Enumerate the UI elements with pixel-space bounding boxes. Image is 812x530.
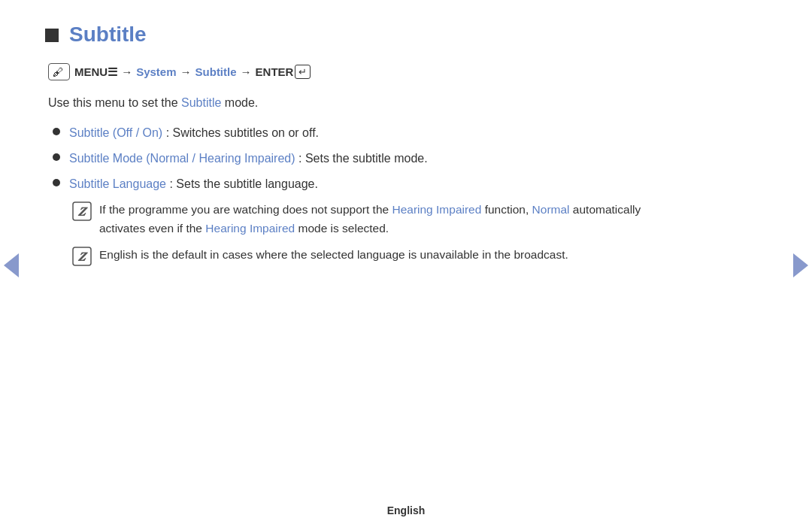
menu-symbol: ☰ <box>108 65 117 79</box>
list-item: Subtitle (Off / On) : Switches subtitles… <box>53 124 677 142</box>
left-arrow-icon <box>4 253 19 277</box>
prev-page-button[interactable] <box>0 247 23 284</box>
note-block-1: 𝒁 If the programme you are watching does… <box>72 201 677 238</box>
list-item-text: Subtitle (Off / On) : Switches subtitles… <box>69 124 319 142</box>
feature-list: Subtitle (Off / On) : Switches subtitles… <box>53 124 677 193</box>
note2-content: English is the default in cases where th… <box>99 248 568 261</box>
main-content: Subtitle 🖋 MENU ☰ → System → Subtitle → … <box>0 0 737 289</box>
list-item: Subtitle Mode (Normal / Hearing Impaired… <box>53 150 677 168</box>
intro-text-before: Use this menu to set the <box>48 96 181 109</box>
intro-text-after: mode. <box>221 96 258 109</box>
menu-label: MENU <box>74 65 108 78</box>
footer: English <box>0 504 812 516</box>
normal-link[interactable]: Normal <box>532 203 570 216</box>
arrow1: → <box>121 65 132 78</box>
page-title: Subtitle <box>69 23 147 47</box>
note1-part1: If the programme you are watching does n… <box>99 203 392 216</box>
system-link[interactable]: System <box>136 65 176 78</box>
right-arrow-icon <box>793 253 808 277</box>
subtitle-off-on-desc: : Switches subtitles on or off. <box>166 126 319 139</box>
arrow2: → <box>180 65 192 78</box>
intro-paragraph: Use this menu to set the Subtitle mode. <box>48 94 677 112</box>
subtitle-language-link[interactable]: Subtitle Language <box>69 177 166 190</box>
page-title-row: Subtitle <box>45 23 677 47</box>
subtitle-breadcrumb-link[interactable]: Subtitle <box>195 65 237 78</box>
footer-text: English <box>387 504 426 516</box>
arrow3: → <box>241 65 252 78</box>
note-1-text: If the programme you are watching does n… <box>99 201 677 238</box>
subtitle-mode-desc: : Sets the subtitle mode. <box>298 152 428 165</box>
subtitle-mode-link[interactable]: Subtitle Mode (Normal / Hearing Impaired… <box>69 152 295 165</box>
intro-subtitle-link[interactable]: Subtitle <box>181 96 221 109</box>
enter-label: ENTER <box>256 65 294 78</box>
subtitle-off-on-link[interactable]: Subtitle (Off / On) <box>69 126 162 139</box>
bullet-dot-icon <box>53 128 60 135</box>
title-bullet-icon <box>45 29 59 42</box>
note-block-2: 𝒁 English is the default in cases where … <box>72 246 677 266</box>
bullet-dot-icon <box>53 153 60 161</box>
hearing-impaired-link-1[interactable]: Hearing Impaired <box>392 203 481 216</box>
list-item-text: Subtitle Mode (Normal / Hearing Impaired… <box>69 150 428 168</box>
enter-icon: ↵ <box>295 65 311 79</box>
next-page-button[interactable] <box>789 247 812 284</box>
bullet-dot-icon <box>53 179 60 186</box>
menu-hand-icon: 🖋 <box>53 65 64 78</box>
list-item-text: Subtitle Language : Sets the subtitle la… <box>69 175 318 193</box>
breadcrumb: 🖋 MENU ☰ → System → Subtitle → ENTER ↵ <box>48 63 677 80</box>
subtitle-language-desc: : Sets the subtitle language. <box>169 177 317 190</box>
note1-part3: function, <box>481 203 532 216</box>
menu-icon: 🖋 <box>48 63 70 80</box>
list-item: Subtitle Language : Sets the subtitle la… <box>53 175 677 193</box>
hearing-impaired-link-2[interactable]: Hearing Impaired <box>205 222 295 235</box>
note-icon-1: 𝒁 <box>72 201 92 221</box>
note1-part7: mode is selected. <box>295 222 389 235</box>
note-icon-2: 𝒁 <box>72 247 92 266</box>
note-2-text: English is the default in cases where th… <box>99 246 568 265</box>
